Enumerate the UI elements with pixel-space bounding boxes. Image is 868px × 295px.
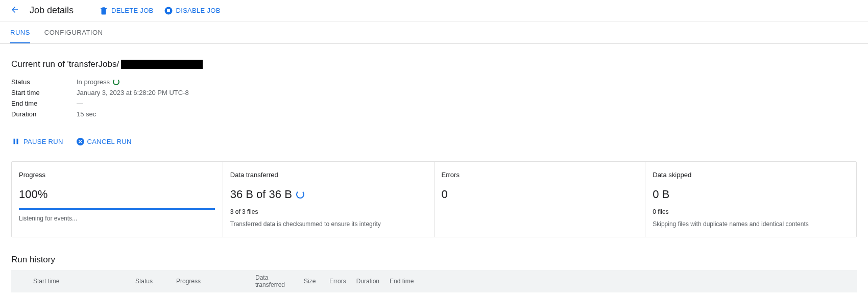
progress-label: Progress bbox=[19, 171, 215, 179]
status-label: Status bbox=[11, 78, 77, 86]
data-transferred-card: Data transferred 36 B of 36 B 3 of 3 fil… bbox=[223, 162, 435, 237]
tab-runs[interactable]: RUNS bbox=[10, 21, 30, 43]
run-size: 36 B bbox=[299, 292, 324, 295]
pause-run-label: PAUSE RUN bbox=[23, 138, 63, 145]
start-time-label: Start time bbox=[11, 89, 77, 96]
duration-value: 15 sec bbox=[77, 110, 96, 118]
pause-run-button[interactable]: PAUSE RUN bbox=[11, 137, 63, 146]
progress-card: Progress 100% Listening for events... bbox=[12, 162, 223, 237]
progress-value: 100% bbox=[19, 188, 215, 201]
page-title: Job details bbox=[30, 5, 74, 16]
data-skipped-note: Skipping files with duplicate names and … bbox=[653, 220, 849, 228]
data-skipped-value: 0 B bbox=[653, 188, 849, 201]
data-skipped-files: 0 files bbox=[653, 208, 849, 215]
start-time-value: January 3, 2023 at 6:28:20 PM UTC-8 bbox=[77, 89, 189, 96]
cancel-run-button[interactable]: ✕ CANCEL RUN bbox=[77, 137, 132, 146]
col-errors[interactable]: Errors bbox=[324, 270, 351, 292]
table-header-row: Start time Status Progress Data transfer… bbox=[11, 270, 857, 292]
data-skipped-card: Data skipped 0 B 0 files Skipping files … bbox=[645, 162, 856, 237]
content-area: Current run of 'transferJobs/ Status In … bbox=[0, 44, 868, 295]
col-start-time[interactable]: Start time bbox=[28, 270, 130, 292]
delete-job-button[interactable]: DELETE JOB bbox=[99, 6, 153, 15]
run-progress-cell: 100% bbox=[171, 292, 250, 295]
col-duration[interactable]: Duration bbox=[351, 270, 384, 292]
run-actions: PAUSE RUN ✕ CANCEL RUN bbox=[11, 137, 857, 146]
spinner-icon bbox=[113, 79, 119, 85]
data-transferred-label: Data transferred bbox=[230, 171, 427, 179]
col-size[interactable]: Size bbox=[299, 270, 324, 292]
run-errors: — bbox=[324, 292, 351, 295]
col-icon bbox=[11, 270, 28, 292]
svg-rect-1 bbox=[167, 9, 170, 12]
errors-card: Errors 0 bbox=[435, 162, 646, 237]
cancel-run-label: CANCEL RUN bbox=[87, 138, 132, 145]
tab-configuration[interactable]: CONFIGURATION bbox=[44, 21, 103, 43]
pause-icon bbox=[11, 137, 20, 146]
duration-label: Duration bbox=[11, 110, 77, 118]
run-data-transferred: 36 B bbox=[250, 292, 299, 295]
run-duration: — bbox=[351, 292, 384, 295]
disable-job-button[interactable]: DISABLE JOB bbox=[164, 6, 221, 15]
svg-rect-3 bbox=[17, 139, 18, 144]
data-skipped-label: Data skipped bbox=[653, 171, 849, 179]
col-end-time[interactable]: End time bbox=[384, 270, 857, 292]
errors-value: 0 bbox=[442, 188, 638, 201]
spinner-icon bbox=[296, 190, 304, 199]
run-status: In progress bbox=[130, 292, 171, 295]
errors-label: Errors bbox=[442, 171, 638, 179]
data-transferred-files: 3 of 3 files bbox=[230, 208, 427, 215]
tab-bar: RUNS CONFIGURATION bbox=[0, 21, 868, 44]
current-run-title-prefix: Current run of 'transferJobs/ bbox=[11, 59, 119, 69]
cancel-circle-icon: ✕ bbox=[77, 138, 84, 145]
end-time-value: — bbox=[77, 100, 83, 107]
progress-bar-fill bbox=[19, 208, 215, 210]
trash-icon bbox=[99, 6, 108, 15]
col-status[interactable]: Status bbox=[130, 270, 171, 292]
page-header: Job details DELETE JOB DISABLE JOB bbox=[0, 0, 868, 21]
svg-rect-2 bbox=[14, 139, 15, 144]
status-value: In progress bbox=[77, 78, 110, 86]
run-history-title: Run history bbox=[11, 255, 857, 265]
data-transferred-note: Transferred data is checksummed to ensur… bbox=[230, 220, 427, 228]
disable-job-label: DISABLE JOB bbox=[176, 7, 221, 14]
run-end-time: — bbox=[384, 292, 857, 295]
end-time-label: End time bbox=[11, 100, 77, 107]
run-details: Status In progress Start time January 3,… bbox=[11, 77, 857, 119]
col-progress[interactable]: Progress bbox=[171, 270, 250, 292]
redacted-job-id bbox=[121, 60, 203, 69]
data-transferred-value: 36 B of 36 B bbox=[230, 188, 292, 201]
col-data-transferred[interactable]: Data transferred bbox=[250, 270, 299, 292]
progress-bar bbox=[19, 208, 215, 210]
stop-circle-icon bbox=[164, 6, 173, 15]
run-history-table: Start time Status Progress Data transfer… bbox=[11, 270, 857, 295]
current-run-title: Current run of 'transferJobs/ bbox=[11, 59, 857, 69]
metrics-row: Progress 100% Listening for events... Da… bbox=[11, 161, 857, 237]
back-arrow-icon[interactable] bbox=[10, 5, 19, 16]
table-row: January 3, 2023 at 6:28:20 PM UTC-8 In p… bbox=[11, 292, 857, 295]
delete-job-label: DELETE JOB bbox=[111, 7, 153, 14]
progress-sub: Listening for events... bbox=[19, 215, 215, 222]
